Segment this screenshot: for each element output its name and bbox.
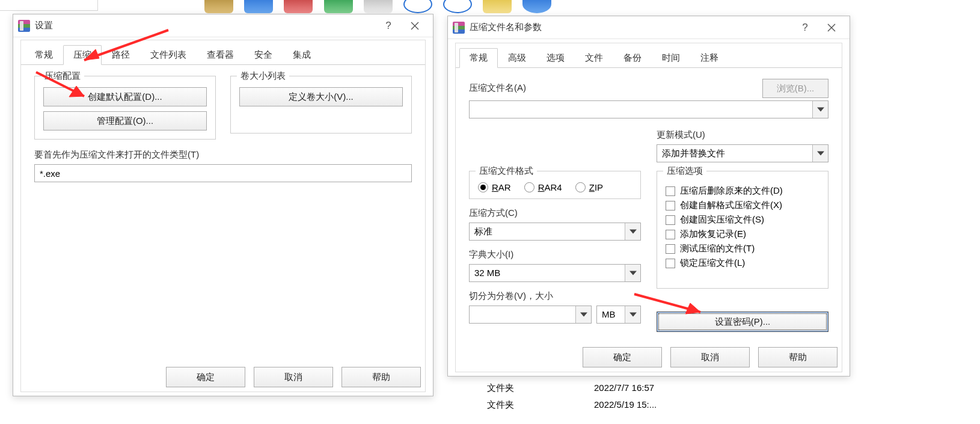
checkbox-label: 创建自解格式压缩文件(X): [680, 200, 782, 211]
checkbox-label: 压缩后删除原来的文件(D): [680, 185, 783, 197]
group-label: 压缩选项: [663, 165, 706, 177]
tab-5[interactable]: 时间: [652, 48, 690, 68]
settings-tabs: 常规压缩路径文件列表查看器安全集成: [21, 40, 425, 65]
tab-6[interactable]: 注释: [690, 48, 729, 68]
archive-tabs: 常规高级选项文件备份时间注释: [456, 43, 842, 68]
checkbox-label: 测试压缩的文件(T): [680, 243, 755, 254]
file-type-cell: 文件夹: [487, 399, 514, 411]
create-default-profile-button[interactable]: 创建默认配置(D)...: [43, 87, 207, 106]
settings-dialog: 设置 ? 常规压缩路径文件列表查看器安全集成 压缩配置 创建默认配置(D)...…: [13, 14, 433, 396]
archive-format-group: 压缩文件格式 RARRAR4ZIP: [469, 171, 641, 199]
option-checkbox-5[interactable]: 锁定压缩文件(L): [666, 257, 819, 269]
tab-4[interactable]: 备份: [613, 48, 652, 68]
close-icon[interactable]: [402, 16, 428, 36]
cancel-button[interactable]: 取消: [254, 367, 333, 387]
file-type-cell: 文件夹: [487, 383, 514, 394]
format-radio-rar[interactable]: RAR: [478, 182, 511, 192]
tab-1[interactable]: 压缩: [63, 45, 102, 65]
checkbox-icon: [666, 259, 675, 268]
option-checkbox-3[interactable]: 添加恢复记录(E): [666, 229, 819, 240]
titlebar[interactable]: 压缩文件名和参数 ?: [448, 16, 850, 39]
help-button[interactable]: 帮助: [341, 367, 421, 387]
tab-0[interactable]: 常规: [459, 48, 498, 68]
dialog-footer: 确定 取消 帮助: [166, 367, 421, 387]
checkbox-label: 添加恢复记录(E): [680, 229, 746, 240]
split-label: 切分为分卷(V)，大小: [469, 290, 641, 302]
ok-button[interactable]: 确定: [166, 367, 245, 387]
format-radio-zip[interactable]: ZIP: [575, 182, 603, 192]
checkbox-icon: [666, 244, 675, 254]
group-label: 压缩配置: [41, 70, 84, 82]
tab-0[interactable]: 常规: [25, 45, 63, 65]
checkbox-label: 创建固实压缩文件(S): [680, 214, 764, 226]
group-label: 卷大小列表: [237, 70, 289, 82]
titlebar[interactable]: 设置 ?: [13, 14, 433, 37]
tab-2[interactable]: 选项: [536, 48, 575, 68]
file-date-cell: 2022/5/19 15:...: [594, 399, 657, 410]
option-checkbox-2[interactable]: 创建固实压缩文件(S): [666, 214, 819, 226]
help-icon[interactable]: ?: [792, 17, 818, 38]
compression-method-combo[interactable]: 标准: [469, 223, 641, 241]
archive-name-label: 压缩文件名(A): [469, 82, 755, 94]
help-button[interactable]: 帮助: [758, 347, 838, 367]
split-unit-value: MB: [596, 306, 641, 324]
compression-profile-group: 压缩配置 创建默认配置(D)... 管理配置(O)...: [34, 76, 216, 140]
volume-size-group: 卷大小列表 定义卷大小(V)...: [230, 76, 412, 134]
update-mode-label: 更新模式(U): [657, 129, 828, 141]
method-value: 标准: [469, 223, 641, 241]
file-date-cell: 2022/7/7 16:57: [594, 383, 654, 393]
filetype-input[interactable]: [34, 164, 412, 182]
main-toolbar: [204, 0, 560, 13]
tab-2[interactable]: 路径: [102, 45, 140, 65]
ok-button[interactable]: 确定: [583, 347, 662, 367]
compression-options-group: 压缩选项 压缩后删除原来的文件(D)创建自解格式压缩文件(X)创建固实压缩文件(…: [657, 171, 828, 289]
checkbox-icon: [666, 215, 675, 225]
tab-3[interactable]: 文件列表: [140, 45, 197, 65]
checkbox-icon: [666, 230, 675, 239]
tab-4[interactable]: 查看器: [197, 45, 244, 65]
method-label: 压缩方式(C): [469, 207, 641, 219]
close-icon[interactable]: [818, 17, 845, 38]
tab-1[interactable]: 高级: [498, 48, 536, 68]
split-unit-combo[interactable]: MB: [596, 306, 641, 324]
radio-icon: [575, 182, 586, 192]
radio-label: ZIP: [589, 182, 603, 192]
archive-name-input[interactable]: [469, 100, 828, 118]
split-size-combo[interactable]: [469, 306, 592, 324]
dialog-title: 设置: [35, 20, 375, 31]
radio-label: RAR: [492, 182, 511, 192]
radio-icon: [478, 182, 488, 192]
format-radio-rar4[interactable]: RAR4: [524, 182, 562, 192]
filetype-label: 要首先作为压缩文件来打开的文件类型(T): [34, 149, 412, 161]
tab-3[interactable]: 文件: [575, 48, 613, 68]
archive-name-combo[interactable]: [469, 100, 828, 118]
split-size-input[interactable]: [469, 306, 592, 324]
update-mode-combo[interactable]: 添加并替换文件: [657, 144, 828, 162]
dialog-title: 压缩文件名和参数: [470, 22, 792, 33]
winrar-icon: [453, 22, 465, 34]
checkbox-label: 锁定压缩文件(L): [680, 257, 745, 269]
help-icon[interactable]: ?: [375, 16, 402, 36]
cancel-button[interactable]: 取消: [670, 347, 750, 367]
archive-params-dialog: 压缩文件名和参数 ? 常规高级选项文件备份时间注释 压缩文件名(A) 浏览(B)…: [447, 16, 850, 376]
checkbox-icon: [666, 201, 675, 210]
radio-label: RAR4: [538, 182, 562, 192]
dictionary-size-combo[interactable]: 32 MB: [469, 264, 641, 282]
option-checkbox-0[interactable]: 压缩后删除原来的文件(D): [666, 185, 819, 197]
dialog-footer: 确定 取消 帮助: [583, 347, 838, 367]
checkbox-icon: [666, 186, 675, 196]
winrar-icon: [18, 20, 30, 32]
tab-6[interactable]: 集成: [283, 45, 321, 65]
dict-label: 字典大小(I): [469, 249, 641, 260]
set-password-button[interactable]: 设置密码(P)...: [657, 312, 828, 332]
dict-value: 32 MB: [469, 264, 641, 282]
group-label: 压缩文件格式: [476, 165, 537, 177]
tab-5[interactable]: 安全: [244, 45, 283, 65]
define-volume-size-button[interactable]: 定义卷大小(V)...: [239, 87, 403, 106]
option-checkbox-1[interactable]: 创建自解格式压缩文件(X): [666, 200, 819, 211]
radio-icon: [524, 182, 534, 192]
browse-button[interactable]: 浏览(B)...: [762, 79, 828, 98]
option-checkbox-4[interactable]: 测试压缩的文件(T): [666, 243, 819, 254]
update-mode-value: 添加并替换文件: [657, 144, 828, 162]
manage-profile-button[interactable]: 管理配置(O)...: [43, 111, 207, 131]
